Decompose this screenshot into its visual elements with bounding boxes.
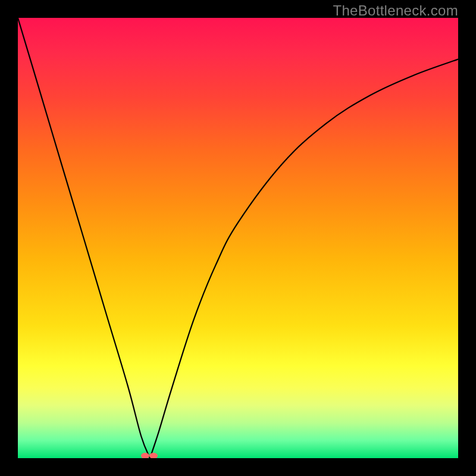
watermark-text: TheBottleneck.com: [333, 2, 458, 19]
bottleneck-curve: [18, 18, 458, 458]
chart-frame: TheBottleneck.com: [0, 0, 476, 476]
svg-point-1: [149, 453, 158, 458]
plot-area: [18, 18, 458, 458]
